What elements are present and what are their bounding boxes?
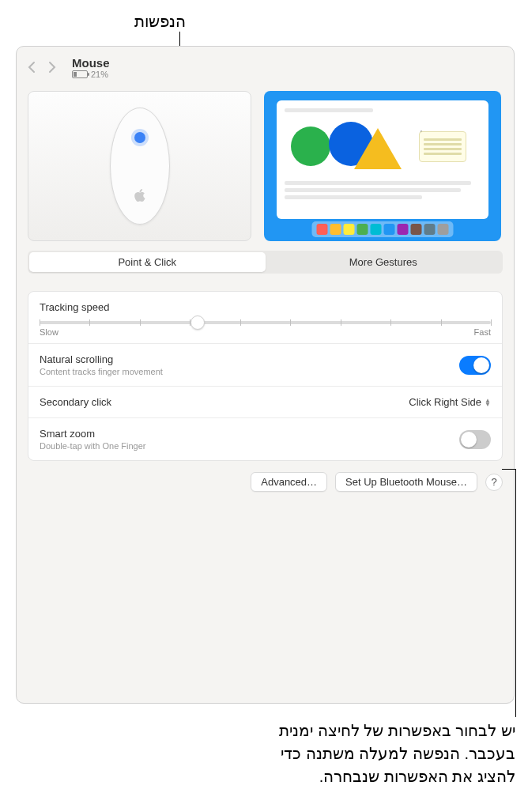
tracking-speed-row: Tracking speed Slow Fast xyxy=(28,292,502,344)
secondary-click-dropdown[interactable]: Click Right Side ▲▼ xyxy=(409,396,491,408)
callout-secondary-click: יש לבחור באפשרות של לחיצה ימנית בעכבר. ה… xyxy=(279,719,515,788)
callout-animations-label: הנפשות xyxy=(134,12,186,31)
tabs: Point & Click More Gestures xyxy=(28,251,503,274)
setup-bluetooth-button[interactable]: Set Up Bluetooth Mouse… xyxy=(335,472,477,492)
smart-zoom-label: Smart zoom xyxy=(40,428,146,440)
callout-line xyxy=(502,469,515,470)
smart-zoom-toggle[interactable] xyxy=(459,430,491,449)
battery-percent: 21% xyxy=(91,70,108,79)
slider-slow-label: Slow xyxy=(40,327,58,337)
mouse-touch-indicator xyxy=(134,132,145,143)
tab-point-click[interactable]: Point & Click xyxy=(29,252,266,272)
tracking-speed-label: Tracking speed xyxy=(40,301,491,313)
natural-scrolling-row: Natural scrolling Content tracks finger … xyxy=(28,344,502,387)
preview-row: ▴ xyxy=(17,88,514,251)
slider-thumb[interactable] xyxy=(190,315,205,330)
natural-scrolling-label: Natural scrolling xyxy=(40,353,163,365)
smart-zoom-row: Smart zoom Double-tap with One Finger xyxy=(28,418,502,460)
apple-logo-icon xyxy=(134,189,145,205)
mouse-animation-preview xyxy=(28,91,251,241)
tab-more-gestures[interactable]: More Gestures xyxy=(266,252,502,272)
preview-app-window: ▴ xyxy=(277,100,488,219)
callout-line xyxy=(515,469,516,717)
page-title: Mouse xyxy=(72,56,110,70)
chevron-updown-icon: ▲▼ xyxy=(485,398,491,406)
context-menu-preview xyxy=(419,131,466,162)
back-button[interactable] xyxy=(28,61,36,74)
secondary-click-value: Click Right Side xyxy=(409,396,481,408)
bottom-buttons: Advanced… Set Up Bluetooth Mouse… ? xyxy=(17,461,514,503)
forward-button[interactable] xyxy=(48,61,56,74)
window-header: Mouse 21% xyxy=(17,47,514,88)
tracking-speed-slider[interactable] xyxy=(40,321,491,324)
preview-dock xyxy=(312,221,454,237)
secondary-click-row: Secondary click Click Right Side ▲▼ xyxy=(28,387,502,418)
smart-zoom-sub: Double-tap with One Finger xyxy=(40,441,146,451)
secondary-click-label: Secondary click xyxy=(40,396,111,408)
natural-scrolling-toggle[interactable] xyxy=(459,356,491,375)
advanced-button[interactable]: Advanced… xyxy=(251,472,327,492)
desktop-animation-preview: ▴ xyxy=(264,91,501,241)
natural-scrolling-sub: Content tracks finger movement xyxy=(40,367,163,376)
mouse-shape xyxy=(110,108,170,225)
battery-status: 21% xyxy=(72,70,110,79)
settings-list: Tracking speed Slow Fast Natural scrolli… xyxy=(28,291,503,461)
help-button[interactable]: ? xyxy=(485,474,503,491)
battery-icon xyxy=(72,70,88,78)
header-title-block: Mouse 21% xyxy=(72,56,110,79)
mouse-settings-window: Mouse 21% ▴ xyxy=(16,46,515,704)
nav-arrows xyxy=(28,61,56,74)
slider-fast-label: Fast xyxy=(474,327,491,337)
